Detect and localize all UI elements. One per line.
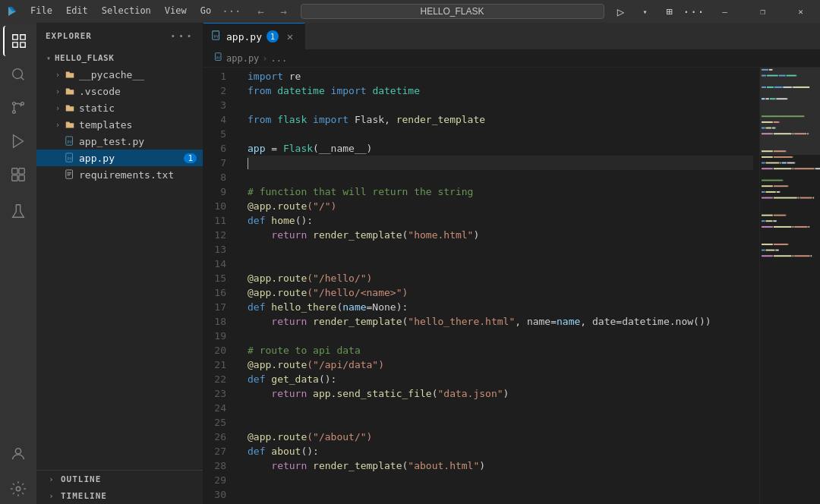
svg-point-11 bbox=[16, 487, 20, 491]
editor-area: py app.py 1 ✕ py app.py › ... 1234567891… bbox=[203, 23, 820, 504]
svg-text:py: py bbox=[68, 139, 72, 144]
search-input[interactable] bbox=[301, 4, 604, 19]
svg-point-10 bbox=[15, 449, 20, 454]
vscode-folder-icon bbox=[64, 85, 76, 97]
vscode-arrow: › bbox=[52, 85, 64, 97]
requirements-file-icon bbox=[64, 169, 76, 181]
menu-edit[interactable]: Edit bbox=[60, 4, 94, 19]
tree-item-requirements[interactable]: requirements.txt bbox=[36, 166, 203, 183]
project-name: HELLO_FLASK bbox=[55, 53, 114, 63]
minimap-canvas bbox=[760, 68, 820, 504]
breadcrumb-filename[interactable]: app.py bbox=[226, 53, 259, 64]
tab-app-py[interactable]: py app.py 1 ✕ bbox=[203, 23, 305, 49]
tree-label-static: static bbox=[79, 102, 115, 114]
tab-py-icon: py bbox=[211, 30, 222, 43]
tree-label-pycache: __pycache__ bbox=[79, 69, 144, 80]
restore-button[interactable]: ❐ bbox=[746, 0, 781, 23]
svg-point-5 bbox=[13, 111, 16, 114]
tab-close-button[interactable]: ✕ bbox=[283, 30, 297, 43]
menu-bar: File Edit Selection View Go ··· bbox=[24, 4, 244, 19]
timeline-label: TIMELINE bbox=[61, 491, 107, 501]
file-tree: ▾ HELLO_FLASK › __pycache__ › .vscode bbox=[36, 49, 203, 470]
tree-item-vscode[interactable]: › .vscode bbox=[36, 83, 203, 99]
activity-extensions[interactable] bbox=[3, 159, 33, 190]
timeline-section[interactable]: › TIMELINE bbox=[36, 487, 203, 504]
static-arrow: › bbox=[52, 102, 64, 114]
tree-root-folder[interactable]: ▾ HELLO_FLASK bbox=[36, 49, 203, 66]
code-content[interactable]: import re from datetime import datetime … bbox=[241, 68, 759, 504]
tab-badge-app-py: 1 bbox=[266, 30, 279, 43]
svg-rect-8 bbox=[12, 175, 17, 181]
split-editor-button[interactable]: ⊞ bbox=[659, 1, 680, 22]
svg-rect-9 bbox=[19, 175, 24, 181]
sidebar-bottom: › OUTLINE › TIMELINE bbox=[36, 470, 203, 504]
tree-label-app-py: app.py bbox=[79, 153, 115, 164]
activity-settings[interactable] bbox=[3, 474, 33, 504]
tree-label-vscode: .vscode bbox=[79, 86, 121, 97]
menu-file[interactable]: File bbox=[24, 4, 58, 19]
minimize-button[interactable]: — bbox=[708, 0, 743, 23]
outline-arrow: › bbox=[46, 473, 58, 485]
svg-text:py: py bbox=[216, 55, 221, 59]
breadcrumb-sep: › bbox=[262, 53, 267, 64]
pycache-arrow: › bbox=[52, 68, 64, 80]
tree-item-pycache[interactable]: › __pycache__ bbox=[36, 66, 203, 83]
sidebar-header: EXPLORER ··· bbox=[36, 23, 203, 49]
timeline-arrow: › bbox=[46, 490, 58, 502]
app-test-file-icon: py bbox=[64, 135, 76, 147]
menu-more[interactable]: ··· bbox=[219, 4, 244, 19]
nav-forward-button[interactable]: → bbox=[273, 3, 295, 20]
tree-label-requirements: requirements.txt bbox=[79, 169, 174, 181]
tabs-bar: py app.py 1 ✕ bbox=[203, 23, 820, 49]
activity-explorer[interactable] bbox=[3, 26, 33, 56]
activity-source-control[interactable] bbox=[3, 93, 33, 123]
sidebar-more-icon[interactable]: ··· bbox=[169, 29, 194, 43]
templates-arrow: › bbox=[52, 118, 64, 131]
root-collapse-arrow: ▾ bbox=[43, 52, 55, 64]
activity-testing[interactable] bbox=[3, 196, 33, 226]
run-dropdown[interactable]: ▾ bbox=[635, 1, 656, 22]
nav-back-button[interactable]: ← bbox=[251, 3, 272, 20]
sidebar-title: EXPLORER bbox=[46, 31, 92, 41]
sidebar: EXPLORER ··· ▾ HELLO_FLASK › __pycache__… bbox=[36, 23, 203, 504]
tree-label-app-test: app_test.py bbox=[79, 136, 144, 147]
svg-rect-6 bbox=[12, 169, 17, 174]
svg-rect-7 bbox=[19, 169, 24, 174]
line-numbers: 1234567891011121314151617181920212223242… bbox=[203, 68, 241, 504]
titlebar: File Edit Selection View Go ··· ← → ▷ ▾ … bbox=[0, 0, 820, 23]
window-controls: ▷ ▾ ⊞ ··· — ❐ ✕ bbox=[610, 0, 818, 23]
static-folder-icon bbox=[64, 102, 76, 114]
menu-go[interactable]: Go bbox=[194, 4, 217, 19]
activity-bar bbox=[0, 23, 36, 504]
menu-selection[interactable]: Selection bbox=[96, 4, 157, 19]
breadcrumb-path[interactable]: ... bbox=[271, 53, 288, 64]
svg-point-2 bbox=[13, 69, 23, 79]
breadcrumb-py-icon: py bbox=[214, 52, 223, 64]
run-button[interactable]: ▷ bbox=[610, 1, 632, 22]
app-icon bbox=[6, 5, 18, 17]
activity-search[interactable] bbox=[3, 59, 33, 90]
minimap bbox=[759, 68, 820, 504]
tree-item-app-py[interactable]: py app.py 1 bbox=[36, 150, 203, 166]
activity-run[interactable] bbox=[3, 126, 33, 156]
breadcrumb: py app.py › ... bbox=[203, 49, 820, 68]
main-layout: EXPLORER ··· ▾ HELLO_FLASK › __pycache__… bbox=[0, 23, 820, 504]
menu-view[interactable]: View bbox=[159, 4, 193, 19]
search-area bbox=[301, 4, 604, 19]
close-button[interactable]: ✕ bbox=[784, 0, 818, 23]
nav-buttons: ← → bbox=[251, 3, 295, 20]
tree-label-templates: templates bbox=[79, 119, 132, 131]
tree-item-app-test[interactable]: py app_test.py bbox=[36, 133, 203, 150]
svg-text:py: py bbox=[68, 156, 72, 161]
tree-item-templates[interactable]: › templates bbox=[36, 116, 203, 133]
app-py-file-icon: py bbox=[64, 152, 76, 164]
tab-label-app-py: app.py bbox=[226, 31, 262, 43]
more-editor-button[interactable]: ··· bbox=[683, 1, 705, 22]
outline-label: OUTLINE bbox=[61, 474, 101, 484]
outline-section[interactable]: › OUTLINE bbox=[36, 471, 203, 487]
tree-item-static[interactable]: › static bbox=[36, 99, 203, 116]
svg-text:py: py bbox=[214, 33, 219, 38]
activity-accounts[interactable] bbox=[3, 439, 33, 469]
app-py-badge: 1 bbox=[184, 153, 197, 163]
code-editor[interactable]: 1234567891011121314151617181920212223242… bbox=[203, 68, 820, 504]
